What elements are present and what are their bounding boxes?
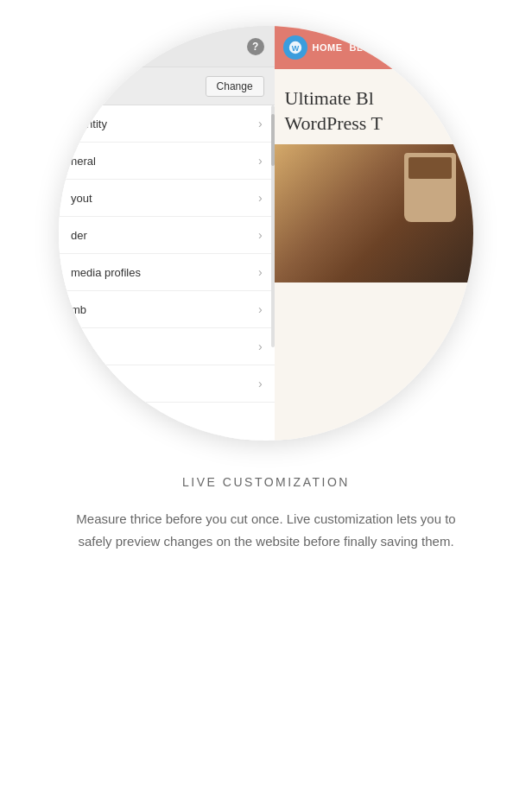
hero-title: Ultimate BlWordPress T: [275, 69, 473, 144]
site-logo: W: [283, 35, 307, 60]
chevron-right-icon: ›: [258, 302, 263, 316]
theme-name-row: me Change: [59, 67, 275, 105]
nav-directory[interactable]: DIRE: [395, 42, 419, 53]
menu-item-extra2[interactable]: ›: [59, 365, 275, 403]
menu-item-general[interactable]: neral ›: [59, 143, 275, 180]
chevron-right-icon: ›: [258, 377, 263, 390]
menu-item-layout[interactable]: yout ›: [59, 180, 275, 217]
preview-nav: W HOME BLOG DIRE: [275, 26, 473, 69]
menu-item-label: media profiles: [71, 266, 141, 279]
nav-home[interactable]: HOME: [313, 42, 343, 53]
chevron-right-icon: ›: [258, 340, 263, 353]
coffee-image: [404, 153, 456, 222]
feature-title: LIVE CUSTOMIZATION: [76, 475, 456, 489]
menu-item-label: yout: [71, 192, 92, 205]
chevron-right-icon: ›: [258, 191, 263, 205]
customizer-topbar: ?: [59, 26, 275, 67]
chevron-right-icon: ›: [258, 228, 263, 242]
theme-name-label: me: [69, 79, 85, 92]
menu-item-thumb[interactable]: mb ›: [59, 291, 275, 328]
menu-item-label: neral: [71, 155, 96, 168]
preview-panel: W HOME BLOG DIRE Ultimate BlWordPress T: [275, 26, 473, 441]
menu-item-identity[interactable]: Identity ›: [59, 105, 275, 143]
customizer-menu: Identity › neral › yout › der › media pr…: [59, 105, 275, 441]
feature-circle: ? me Change Identity › neral › yout ›: [59, 26, 473, 441]
nav-menu: HOME BLOG DIRE: [313, 42, 420, 53]
chevron-right-icon: ›: [258, 117, 263, 130]
help-icon[interactable]: ?: [247, 38, 264, 55]
customizer-panel: ? me Change Identity › neral › yout ›: [59, 26, 275, 441]
chevron-right-icon: ›: [258, 265, 263, 279]
menu-item-social[interactable]: media profiles ›: [59, 254, 275, 291]
svg-text:W: W: [291, 44, 299, 53]
menu-item-label: Identity: [71, 117, 107, 130]
menu-item-extra1[interactable]: ›: [59, 328, 275, 365]
chevron-right-icon: ›: [258, 154, 263, 168]
menu-item-label: der: [71, 229, 87, 242]
hero-image: [275, 144, 473, 282]
nav-blog[interactable]: BLOG: [350, 42, 388, 53]
feature-text: Measure thrice before you cut once. Live…: [76, 508, 456, 552]
menu-item-header[interactable]: der ›: [59, 217, 275, 254]
change-theme-button[interactable]: Change: [206, 76, 264, 97]
menu-item-label: mb: [71, 303, 86, 316]
feature-description: LIVE CUSTOMIZATION Measure thrice before…: [76, 475, 456, 552]
